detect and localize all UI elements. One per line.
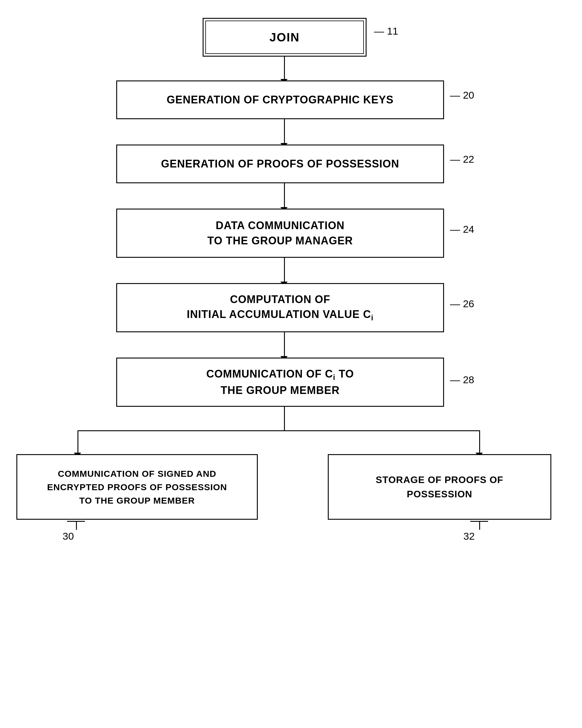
arrow-left-branch (78, 430, 78, 454)
ref-22: — 22 (450, 153, 474, 165)
storage-box: STORAGE OF PROOFS OF POSSESSION (328, 454, 551, 520)
data-comm-line1: DATA COMMUNICATION (216, 218, 345, 233)
gen-keys-label: GENERATION OF CRYPTOGRAPHIC KEYS (166, 94, 393, 106)
storage-line1: STORAGE OF PROOFS OF (376, 473, 503, 487)
ref-24: — 24 (450, 224, 474, 235)
ref-20: — 20 (450, 89, 474, 101)
arrow-commci-stem (284, 407, 285, 431)
ref-32: 32 (464, 530, 475, 542)
tick-30 (76, 521, 77, 530)
gen-proofs-label: GENERATION OF PROOFS OF POSSESSION (161, 158, 399, 170)
computation-line1: COMPUTATION OF (230, 292, 330, 307)
comm-ci-box: COMMUNICATION OF Ci TO THE GROUP MEMBER (116, 358, 444, 407)
ref-26: — 26 (450, 298, 474, 310)
comm-ci-line1: COMMUNICATION OF Ci TO (206, 367, 354, 383)
join-box: JOIN (203, 18, 367, 57)
arrow-horizontal-bar (78, 430, 480, 431)
signed-line1: COMMUNICATION OF SIGNED AND (58, 467, 216, 480)
ref-30: 30 (62, 530, 74, 542)
tick-32 (479, 521, 480, 530)
arrow-right-branch (479, 430, 480, 454)
comm-ci-line2: THE GROUP MEMBER (220, 383, 339, 398)
diagram-container: JOIN — 11 GENERATION OF CRYPTOGRAPHIC KE… (0, 0, 582, 728)
signed-proofs-box: COMMUNICATION OF SIGNED AND ENCRYPTED PR… (17, 454, 258, 520)
computation-line2: INITIAL ACCUMULATION VALUE Ci (187, 307, 374, 323)
ref-11: — 11 (374, 25, 398, 37)
data-comm-box: DATA COMMUNICATION TO THE GROUP MANAGER (116, 209, 444, 258)
storage-line2: POSSESSION (407, 487, 472, 501)
arrow-genkeys-to-genproofs (284, 119, 285, 145)
arrow-datacomm-to-computation (284, 258, 285, 283)
data-comm-line2: TO THE GROUP MANAGER (207, 233, 353, 248)
tick-32-h (470, 521, 488, 522)
join-label: JOIN (269, 31, 299, 44)
gen-keys-box: GENERATION OF CRYPTOGRAPHIC KEYS (116, 80, 444, 119)
signed-line3: TO THE GROUP MEMBER (79, 494, 195, 507)
signed-line2: ENCRYPTED PROOFS OF POSSESSION (47, 480, 227, 494)
ref-28: — 28 (450, 374, 474, 386)
computation-box: COMPUTATION OF INITIAL ACCUMULATION VALU… (116, 283, 444, 332)
arrow-join-to-genkeys (284, 57, 285, 80)
gen-proofs-box: GENERATION OF PROOFS OF POSSESSION (116, 145, 444, 183)
arrow-computation-to-commci (284, 332, 285, 358)
tick-30-h (67, 521, 85, 522)
arrow-genproofs-to-datacomm (284, 183, 285, 209)
